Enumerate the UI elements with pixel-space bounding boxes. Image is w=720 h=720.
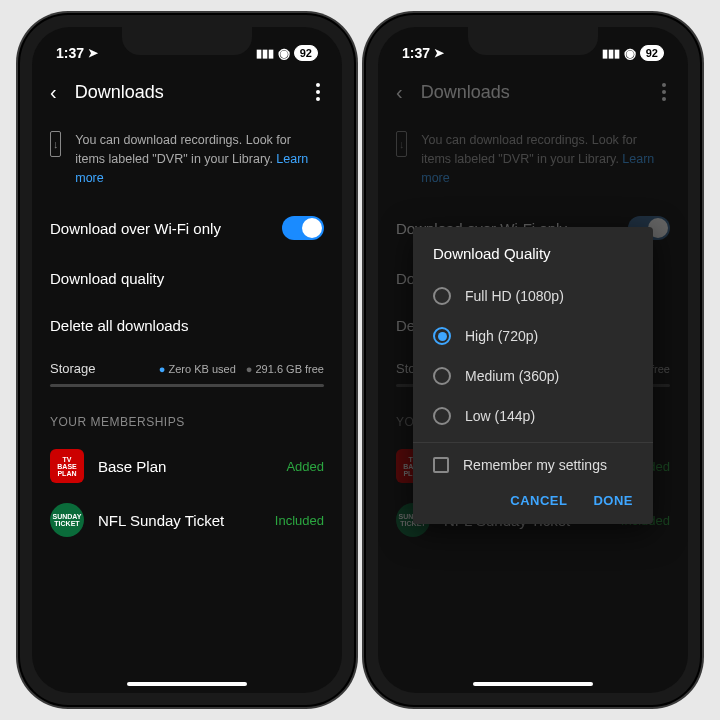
battery: 92 [640,45,664,61]
option-label: Low (144p) [465,408,535,424]
battery: 92 [294,45,318,61]
app-header: ‹ Downloads [378,67,688,117]
screen-right: 1:37 ➤ ▮▮▮ ◉ 92 ‹ Downloads ↓ You can do… [378,27,688,693]
info-banner: ↓ You can download recordings. Look for … [32,117,342,201]
clock: 1:37 [56,45,84,61]
radio-icon [433,287,451,305]
home-indicator[interactable] [473,682,593,686]
download-icon: ↓ [396,131,407,157]
download-quality-row[interactable]: Download quality [32,255,342,302]
option-label: Full HD (1080p) [465,288,564,304]
nfl-icon: SUNDAY TICKET [50,503,84,537]
download-quality-modal: Download Quality Full HD (1080p) High (7… [413,227,653,524]
member-row-nfl[interactable]: SUNDAY TICKET NFL Sunday Ticket Included [32,493,342,547]
quality-option-low[interactable]: Low (144p) [413,396,653,436]
member-row-base[interactable]: TV BASE PLAN Base Plan Added [32,439,342,493]
location-icon: ➤ [88,46,98,60]
phone-left: 1:37 ➤ ▮▮▮ ◉ 92 ‹ Downloads ↓ You can do… [20,15,354,705]
base-plan-label: Base Plan [98,458,272,475]
wifi-icon: ◉ [624,45,636,61]
screen-left: 1:37 ➤ ▮▮▮ ◉ 92 ‹ Downloads ↓ You can do… [32,27,342,693]
quality-option-high[interactable]: High (720p) [413,316,653,356]
cancel-button[interactable]: CANCEL [510,493,567,508]
back-icon[interactable]: ‹ [50,81,57,104]
checkbox-icon [433,457,449,473]
signal-icon: ▮▮▮ [602,47,620,60]
base-plan-status: Added [286,459,324,474]
wifi-icon: ◉ [278,45,290,61]
quality-option-fullhd[interactable]: Full HD (1080p) [413,276,653,316]
location-icon: ➤ [434,46,444,60]
clock: 1:37 [402,45,430,61]
modal-actions: CANCEL DONE [413,483,653,524]
memberships-header: YOUR MEMBERSHIPS [32,395,342,439]
download-quality-label: Download quality [50,270,324,287]
phone-right: 1:37 ➤ ▮▮▮ ◉ 92 ‹ Downloads ↓ You can do… [366,15,700,705]
page-title: Downloads [75,82,294,103]
nfl-status: Included [275,513,324,528]
banner-text: You can download recordings. Look for it… [75,131,324,187]
storage-used: ● Zero KB used [159,363,236,375]
download-icon: ↓ [50,131,61,157]
more-icon[interactable] [658,79,670,105]
delete-all-label: Delete all downloads [50,317,324,334]
radio-icon [433,407,451,425]
page-title: Downloads [421,82,640,103]
storage-free: ● 291.6 GB free [246,363,324,375]
option-label: High (720p) [465,328,538,344]
more-icon[interactable] [312,79,324,105]
notch [468,27,598,55]
base-plan-icon: TV BASE PLAN [50,449,84,483]
info-banner: ↓ You can download recordings. Look for … [378,117,688,201]
done-button[interactable]: DONE [593,493,633,508]
remember-settings-row[interactable]: Remember my settings [413,443,653,483]
banner-text: You can download recordings. Look for it… [421,131,670,187]
nfl-label: NFL Sunday Ticket [98,512,261,529]
app-header: ‹ Downloads [32,67,342,117]
wifi-only-row[interactable]: Download over Wi-Fi only [32,201,342,255]
storage-bar [50,384,324,387]
banner-msg: You can download recordings. Look for it… [75,133,291,166]
notch [122,27,252,55]
wifi-toggle[interactable] [282,216,324,240]
option-label: Medium (360p) [465,368,559,384]
wifi-only-label: Download over Wi-Fi only [50,220,282,237]
storage-label: Storage [50,361,96,376]
signal-icon: ▮▮▮ [256,47,274,60]
radio-icon [433,367,451,385]
storage-section: Storage ● Zero KB used ● 291.6 GB free [32,349,342,395]
delete-all-row[interactable]: Delete all downloads [32,302,342,349]
remember-label: Remember my settings [463,457,607,473]
banner-msg: You can download recordings. Look for it… [421,133,637,166]
quality-option-medium[interactable]: Medium (360p) [413,356,653,396]
home-indicator[interactable] [127,682,247,686]
modal-title: Download Quality [413,227,653,276]
back-icon[interactable]: ‹ [396,81,403,104]
radio-icon-selected [433,327,451,345]
